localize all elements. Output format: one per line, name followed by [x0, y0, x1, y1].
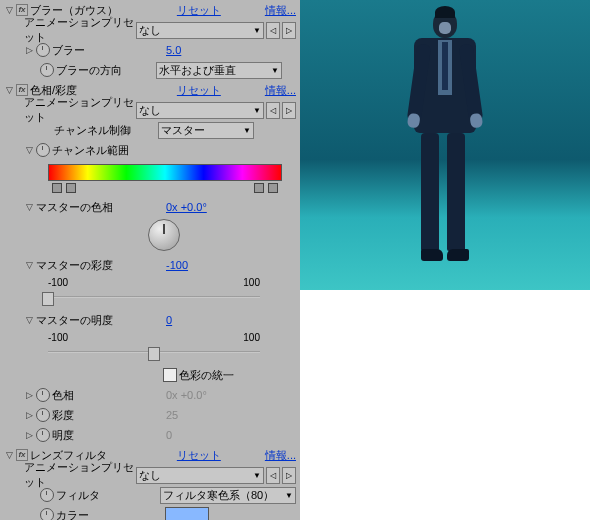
param-label: カラー [56, 508, 163, 521]
lightness-slider[interactable] [48, 345, 260, 359]
twisty-icon[interactable]: ▽ [4, 450, 14, 460]
twisty-icon[interactable]: ▽ [4, 5, 14, 15]
stopwatch-icon[interactable] [40, 508, 54, 520]
prev-preset-button[interactable]: ◁ [266, 102, 280, 119]
preset-label: アニメーションプリセット [24, 460, 134, 490]
next-preset-button[interactable]: ▷ [282, 22, 296, 39]
master-hue-value[interactable]: 0x +0.0° [166, 201, 296, 213]
slider-max: 100 [243, 277, 260, 288]
stopwatch-icon[interactable] [36, 428, 50, 442]
prev-preset-button[interactable]: ◁ [266, 22, 280, 39]
stopwatch-icon[interactable] [36, 388, 50, 402]
twisty-icon[interactable]: ▽ [24, 202, 34, 212]
preset-select[interactable]: なし▼ [136, 22, 264, 39]
slider-max: 100 [243, 332, 260, 343]
param-label: ブラー [52, 43, 164, 58]
param-label: マスターの色相 [36, 200, 164, 215]
hue2-value: 0x +0.0° [166, 389, 296, 401]
blur-direction-select[interactable]: 水平および垂直▼ [156, 62, 282, 79]
preset-label: アニメーションプリセット [24, 15, 134, 45]
sat2-value: 25 [166, 409, 296, 421]
prev-preset-button[interactable]: ◁ [266, 467, 280, 484]
preview-figure [395, 10, 495, 285]
colorize-checkbox[interactable] [163, 368, 177, 382]
twisty-icon[interactable]: ▷ [24, 430, 34, 440]
filter-select[interactable]: フィルタ寒色系（80）▼ [160, 487, 296, 504]
effects-panel: ▽ fx ブラー（ガウス） リセット 情報... アニメーションプリセット なし… [0, 0, 300, 520]
param-label: フィルタ [56, 488, 158, 503]
saturation-slider[interactable] [48, 290, 260, 304]
about-link[interactable]: 情報... [265, 3, 296, 18]
twisty-icon[interactable]: ▽ [24, 260, 34, 270]
stopwatch-icon[interactable] [36, 143, 50, 157]
master-light-value[interactable]: 0 [166, 314, 296, 326]
stopwatch-icon[interactable] [36, 408, 50, 422]
stopwatch-icon[interactable] [40, 63, 54, 77]
stopwatch-icon[interactable] [36, 43, 50, 57]
composition-preview [300, 0, 590, 290]
twisty-icon[interactable]: ▷ [24, 410, 34, 420]
param-label: チャンネル範囲 [52, 143, 296, 158]
reset-link[interactable]: リセット [177, 83, 221, 98]
hue-range-markers[interactable] [48, 183, 282, 193]
angle-dial[interactable] [148, 219, 180, 251]
master-sat-value[interactable]: -100 [166, 259, 296, 271]
preset-label: アニメーションプリセット [24, 95, 134, 125]
twisty-icon[interactable]: ▽ [4, 85, 14, 95]
slider-min: -100 [48, 277, 68, 288]
preset-select[interactable]: なし▼ [136, 467, 264, 484]
param-label: 明度 [52, 428, 164, 443]
twisty-icon[interactable]: ▽ [24, 315, 34, 325]
preset-select[interactable]: なし▼ [136, 102, 264, 119]
param-label: マスターの彩度 [36, 258, 164, 273]
param-label: チャンネル制御 [54, 123, 156, 138]
twisty-icon[interactable]: ▽ [24, 145, 34, 155]
slider-min: -100 [48, 332, 68, 343]
param-label: 色相 [52, 388, 164, 403]
param-label: ブラーの方向 [56, 63, 154, 78]
param-label: マスターの明度 [36, 313, 164, 328]
twisty-icon[interactable]: ▷ [24, 390, 34, 400]
colorize-label: 色彩の統一 [179, 368, 234, 383]
color-swatch[interactable] [165, 507, 209, 520]
param-label: 彩度 [52, 408, 164, 423]
reset-link[interactable]: リセット [177, 3, 221, 18]
light2-value: 0 [166, 429, 296, 441]
hue-spectrum [48, 164, 282, 181]
reset-link[interactable]: リセット [177, 448, 221, 463]
next-preset-button[interactable]: ▷ [282, 467, 296, 484]
blur-value[interactable]: 5.0 [166, 44, 296, 56]
stopwatch-icon[interactable] [40, 488, 54, 502]
about-link[interactable]: 情報... [265, 448, 296, 463]
about-link[interactable]: 情報... [265, 83, 296, 98]
twisty-icon[interactable]: ▷ [24, 45, 34, 55]
channel-control-select[interactable]: マスター▼ [158, 122, 254, 139]
next-preset-button[interactable]: ▷ [282, 102, 296, 119]
